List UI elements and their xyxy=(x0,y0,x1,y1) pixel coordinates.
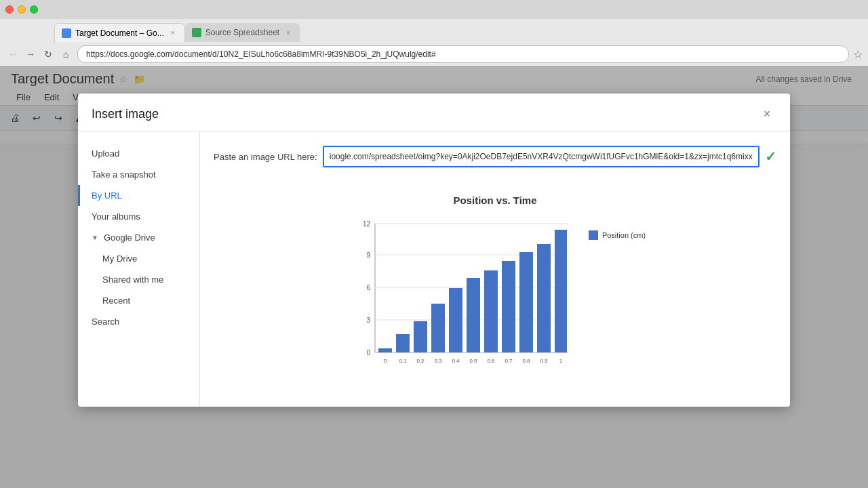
svg-text:0.9: 0.9 xyxy=(540,358,548,364)
svg-rect-42 xyxy=(555,230,567,352)
svg-text:0.4: 0.4 xyxy=(452,358,460,364)
sidebar-search-label: Search xyxy=(92,317,119,327)
modal-sidebar: Upload Take a snapshot By URL Your album… xyxy=(78,132,200,407)
chart-wrapper: Position vs. Time xyxy=(344,195,646,380)
svg-text:0: 0 xyxy=(366,349,370,357)
modal-header: Insert image × xyxy=(78,94,790,132)
modal-body: Upload Take a snapshot By URL Your album… xyxy=(78,132,790,407)
svg-rect-40 xyxy=(537,244,551,352)
modal-close-button[interactable]: × xyxy=(757,104,776,123)
tab-sheets[interactable]: Source Spreadsheet × xyxy=(185,23,300,42)
url-text: https://docs.google.com/document/d/10N2_… xyxy=(86,49,436,59)
svg-text:0.1: 0.1 xyxy=(399,358,407,364)
nav-buttons: ← → ↻ ⌂ xyxy=(5,47,73,62)
legend-label: Position (cm) xyxy=(602,231,646,239)
svg-rect-32 xyxy=(467,278,480,352)
chart-with-axes: 0 3 6 9 xyxy=(344,217,575,380)
title-bar xyxy=(0,0,868,19)
svg-text:0.5: 0.5 xyxy=(469,358,477,364)
bookmark-icon[interactable]: ☆ xyxy=(853,48,863,61)
docs-app: Target Document ☆ 📁 All changes saved in… xyxy=(0,67,868,488)
sidebar-snapshot-label: Take a snapshot xyxy=(92,169,156,180)
chart-title: Position vs. Time xyxy=(453,195,536,206)
chart-legend: Position (cm) xyxy=(589,217,646,240)
svg-rect-26 xyxy=(414,321,427,352)
sidebar-item-upload[interactable]: Upload xyxy=(78,143,199,164)
svg-text:12: 12 xyxy=(363,220,371,228)
forward-button[interactable]: → xyxy=(23,47,38,62)
svg-text:0.3: 0.3 xyxy=(434,358,442,364)
sidebar-albums-label: Your albums xyxy=(92,211,140,222)
chart-svg: 0 3 6 9 xyxy=(344,217,575,380)
svg-rect-34 xyxy=(484,270,498,352)
sheets-favicon-icon xyxy=(192,28,201,37)
back-button[interactable]: ← xyxy=(5,47,20,62)
tab-docs[interactable]: Target Document – Go... × xyxy=(54,23,185,42)
svg-text:0.8: 0.8 xyxy=(522,358,530,364)
maximize-window-button[interactable] xyxy=(30,5,38,14)
url-bar[interactable]: https://docs.google.com/document/d/10N2_… xyxy=(77,45,849,63)
tab-sheets-label: Source Spreadsheet xyxy=(205,28,279,37)
sidebar-item-recent[interactable]: Recent xyxy=(78,290,199,311)
svg-text:0.6: 0.6 xyxy=(487,358,495,364)
svg-rect-30 xyxy=(449,288,462,352)
docs-favicon-icon xyxy=(62,28,71,38)
traffic-lights xyxy=(5,5,38,14)
url-input-row: Paste an image URL here: ✓ xyxy=(214,146,776,167)
svg-text:0.2: 0.2 xyxy=(416,358,425,364)
svg-text:6: 6 xyxy=(366,284,370,291)
refresh-button[interactable]: ↻ xyxy=(41,47,56,62)
minimize-window-button[interactable] xyxy=(18,5,26,14)
tab-docs-close[interactable]: × xyxy=(168,28,178,38)
modal-main-content: Paste an image URL here: ✓ Position vs. … xyxy=(200,132,790,407)
url-input-field[interactable] xyxy=(323,146,760,167)
close-window-button[interactable] xyxy=(5,5,14,14)
tab-sheets-close[interactable]: × xyxy=(283,28,293,37)
chart-preview: Position vs. Time xyxy=(214,181,776,393)
sidebar-mydrive-label: My Drive xyxy=(102,253,137,264)
insert-image-modal: Insert image × Upload Take a snapshot By… xyxy=(78,94,790,407)
svg-text:9: 9 xyxy=(366,251,370,259)
svg-rect-38 xyxy=(519,252,533,352)
expand-icon: ▼ xyxy=(92,234,98,241)
sidebar-item-by-url[interactable]: By URL xyxy=(78,185,199,206)
modal-title: Insert image xyxy=(92,107,159,121)
address-bar: ← → ↻ ⌂ https://docs.google.com/document… xyxy=(0,42,868,66)
svg-text:1: 1 xyxy=(559,358,563,364)
home-button[interactable]: ⌂ xyxy=(58,47,73,62)
legend-position: Position (cm) xyxy=(589,230,646,240)
tab-docs-label: Target Document – Go... xyxy=(75,28,164,38)
chart-area: 0 3 6 9 xyxy=(344,217,646,380)
sidebar-item-your-albums[interactable]: Your albums xyxy=(78,206,199,227)
svg-rect-36 xyxy=(502,261,515,352)
legend-color-box xyxy=(589,230,598,240)
browser-chrome: Target Document – Go... × Source Spreads… xyxy=(0,0,868,67)
url-check-icon: ✓ xyxy=(765,148,776,165)
sidebar-recent-label: Recent xyxy=(102,296,130,306)
svg-text:3: 3 xyxy=(366,317,370,324)
svg-text:0.7: 0.7 xyxy=(505,358,513,364)
sidebar-upload-label: Upload xyxy=(92,148,119,159)
svg-text:0: 0 xyxy=(384,358,387,364)
svg-rect-24 xyxy=(396,334,410,352)
sidebar-item-my-drive[interactable]: My Drive xyxy=(78,248,199,269)
svg-rect-22 xyxy=(378,348,392,352)
svg-rect-28 xyxy=(431,304,445,352)
sidebar-byurl-label: By URL xyxy=(92,190,122,201)
sidebar-item-search[interactable]: Search xyxy=(78,311,199,332)
sidebar-item-snapshot[interactable]: Take a snapshot xyxy=(78,164,199,185)
sidebar-item-shared-with-me[interactable]: Shared with me xyxy=(78,269,199,290)
tab-bar: Target Document – Go... × Source Spreads… xyxy=(0,19,868,42)
url-input-label: Paste an image URL here: xyxy=(214,152,317,162)
sidebar-drive-label: Google Drive xyxy=(104,232,155,243)
modal-overlay: Insert image × Upload Take a snapshot By… xyxy=(0,66,868,488)
sidebar-shared-label: Shared with me xyxy=(102,274,163,285)
sidebar-item-google-drive[interactable]: ▼ Google Drive xyxy=(78,227,199,248)
